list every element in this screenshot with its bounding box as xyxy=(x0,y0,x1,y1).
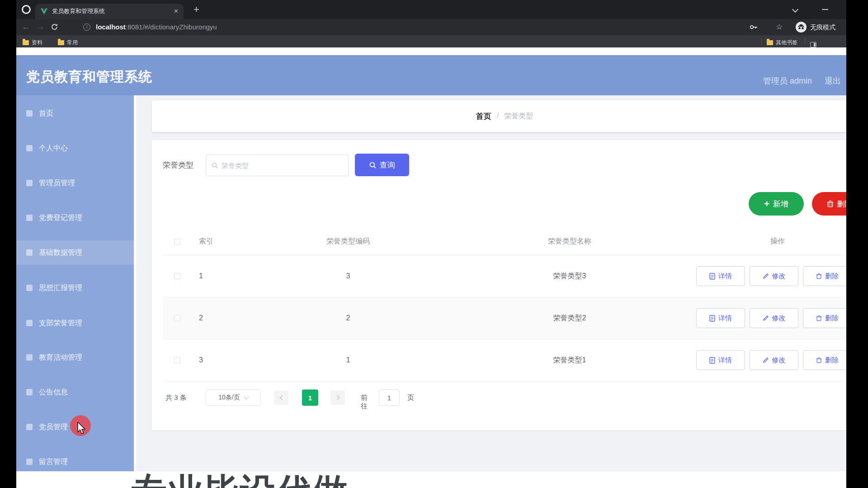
url-host: localhost xyxy=(96,23,126,31)
detail-button[interactable]: 详情 xyxy=(696,350,745,370)
row-checkbox[interactable] xyxy=(174,273,180,279)
sidebar-item-announcement[interactable]: 公告信息 xyxy=(16,380,134,404)
sidebar-item-thought-report[interactable]: 思想汇报管理 xyxy=(16,276,134,300)
row-delete-button[interactable]: 删除 xyxy=(803,350,846,370)
row-checkbox[interactable] xyxy=(174,357,180,363)
sidebar-item-education-activity[interactable]: 教育活动管理 xyxy=(16,345,134,370)
bookmark-folder-ziliao[interactable]: 资料 xyxy=(23,39,42,47)
search-input[interactable] xyxy=(222,162,343,169)
bookmarks-separator xyxy=(761,38,762,44)
per-page-select[interactable]: 10条/页 xyxy=(206,389,261,406)
trash-icon xyxy=(816,273,822,279)
goto-page-input[interactable] xyxy=(379,389,400,406)
edit-button[interactable]: 修改 xyxy=(750,350,798,370)
cell-name: 荣誉类型3 xyxy=(443,272,696,281)
sidebar-item-message-management[interactable]: 留言管理 xyxy=(16,450,134,474)
side-panel-icon[interactable] xyxy=(810,42,816,47)
trash-icon xyxy=(816,357,822,363)
select-all-checkbox[interactable] xyxy=(174,239,180,245)
bookmark-star-icon[interactable]: ☆ xyxy=(776,22,783,32)
app-header: 党员教育和管理系统 管理员 admin 退出 xyxy=(16,55,846,95)
trash-icon xyxy=(816,315,822,321)
folder-icon xyxy=(767,40,773,45)
row-delete-button[interactable]: 删除 xyxy=(803,308,846,328)
data-table: 索引 荣誉类型编码 荣誉类型名称 操作 1 3 荣誉类型3 详情 修改 删除 2 xyxy=(163,228,846,381)
header-user-label: 管理员 admin xyxy=(763,75,812,86)
plus-icon: + xyxy=(764,199,769,209)
other-bookmarks-button[interactable]: 其他书签 xyxy=(767,39,797,47)
chevron-left-icon xyxy=(279,395,284,400)
search-icon xyxy=(369,162,376,169)
table-header-row: 索引 荣誉类型编码 荣誉类型名称 操作 xyxy=(163,228,846,255)
bookmark-label: 常用 xyxy=(67,39,78,47)
column-header-index: 索引 xyxy=(192,237,253,246)
column-header-code: 荣誉类型编码 xyxy=(253,237,443,246)
row-delete-button[interactable]: 删除 xyxy=(803,266,846,286)
column-header-name: 荣誉类型名称 xyxy=(443,237,696,246)
trash-icon xyxy=(827,200,834,207)
folder-icon xyxy=(58,40,64,45)
bookmark-label: 资料 xyxy=(32,39,42,47)
sidebar-item-basic-data[interactable]: 基础数据管理 xyxy=(16,240,134,265)
browser-window: 党员教育和管理系统 × + ← → i localhost:8081/#/dic… xyxy=(16,0,846,488)
logout-button[interactable]: 退出 xyxy=(825,75,841,86)
row-checkbox[interactable] xyxy=(174,315,180,321)
other-bookmarks-label: 其他书签 xyxy=(776,39,797,47)
sidebar-item-branch-honor[interactable]: 支部荣誉管理 xyxy=(16,311,134,335)
bookmark-folder-changyong[interactable]: 常用 xyxy=(58,39,78,47)
bookmarks-separator xyxy=(805,38,805,44)
edit-button[interactable]: 修改 xyxy=(750,308,798,328)
new-tab-button[interactable]: + xyxy=(193,5,199,14)
password-key-icon[interactable] xyxy=(750,23,758,31)
tab-search-chevron-icon[interactable] xyxy=(792,6,798,13)
tab-title: 党员教育和管理系统 xyxy=(52,7,170,15)
address-bar[interactable]: localhost:8081/#/dictionaryZhiburongyu xyxy=(96,23,217,31)
app-title: 党员教育和管理系统 xyxy=(26,68,152,86)
sidebar: 首页 个人中心 管理员管理 党费登记管理 基础数据管理 思想汇报管理 支部荣誉管… xyxy=(16,95,134,471)
delete-button[interactable]: 删除 xyxy=(812,192,846,216)
detail-button[interactable]: 详情 xyxy=(696,308,745,328)
cell-index: 1 xyxy=(192,272,253,280)
back-button[interactable]: ← xyxy=(22,23,30,31)
register-icon xyxy=(26,215,33,221)
user-icon xyxy=(26,145,33,151)
database-icon xyxy=(26,249,33,256)
query-button[interactable]: 查询 xyxy=(355,154,409,176)
sidebar-item-home[interactable]: 首页 xyxy=(16,101,134,126)
next-page-button[interactable] xyxy=(330,390,345,405)
site-info-icon[interactable]: i xyxy=(83,23,90,31)
browser-tab[interactable]: 党员教育和管理系统 × xyxy=(35,4,184,19)
browser-logo-icon xyxy=(22,5,31,14)
page-top-strip xyxy=(16,47,846,55)
breadcrumb-home-link[interactable]: 首页 xyxy=(476,111,491,122)
favicon-vue-icon xyxy=(41,8,47,14)
prev-page-button[interactable] xyxy=(274,390,288,405)
page-number-active[interactable]: 1 xyxy=(302,389,318,406)
page-unit-label: 页 xyxy=(407,394,414,402)
admin-icon xyxy=(26,180,33,186)
forward-button[interactable]: → xyxy=(36,23,44,31)
add-button[interactable]: + 新增 xyxy=(749,192,804,216)
watermark-text: 专业毕设代做 xyxy=(132,468,349,488)
cell-code: 2 xyxy=(253,314,443,322)
breadcrumb-separator: / xyxy=(497,112,499,120)
cell-code: 3 xyxy=(253,272,443,280)
tab-close-icon[interactable]: × xyxy=(174,7,178,15)
sidebar-item-personal-center[interactable]: 个人中心 xyxy=(16,136,134,160)
detail-button[interactable]: 详情 xyxy=(696,266,745,286)
sidebar-item-admin-management[interactable]: 管理员管理 xyxy=(16,171,134,195)
reload-button[interactable] xyxy=(51,23,58,31)
sidebar-item-fee-registration[interactable]: 党费登记管理 xyxy=(16,206,134,230)
document-icon xyxy=(709,357,715,364)
report-icon xyxy=(26,285,33,291)
window-minimize-button[interactable] xyxy=(822,9,828,10)
table-row: 3 1 荣誉类型1 详情 修改 删除 xyxy=(163,339,846,381)
document-icon xyxy=(709,273,715,280)
breadcrumb: 首页 / 荣誉类型 xyxy=(152,100,846,133)
document-icon xyxy=(709,315,715,322)
search-field-label: 荣誉类型 xyxy=(163,160,193,170)
cell-name: 荣誉类型1 xyxy=(443,356,696,365)
cursor-icon xyxy=(77,422,89,435)
message-icon xyxy=(26,459,33,465)
edit-button[interactable]: 修改 xyxy=(750,266,798,286)
